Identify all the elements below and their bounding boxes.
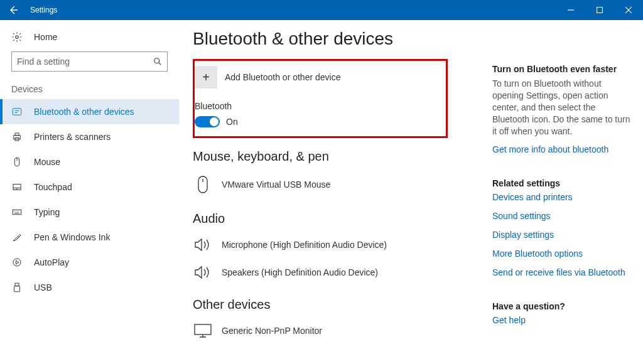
- sidebar-item-autoplay[interactable]: AutoPlay: [0, 250, 179, 275]
- add-device-label: Add Bluetooth or other device: [225, 72, 340, 82]
- sidebar-item-label: USB: [34, 282, 52, 292]
- gear-icon: [11, 31, 24, 43]
- sidebar-item-pen[interactable]: Pen & Windows Ink: [0, 225, 179, 250]
- mouse-icon: [11, 156, 24, 168]
- help-link[interactable]: Get help: [492, 315, 634, 325]
- related-link-bt-options[interactable]: More Bluetooth options: [492, 249, 634, 259]
- device-item[interactable]: Generic Non-PnP Monitor: [193, 317, 480, 345]
- sidebar-item-label: Bluetooth & other devices: [34, 107, 134, 117]
- minimize-button[interactable]: [556, 0, 585, 20]
- device-label: Generic Non-PnP Monitor: [222, 326, 322, 336]
- related-link-send-receive[interactable]: Send or receive files via Bluetooth: [492, 267, 634, 277]
- device-item[interactable]: VMware Virtual USB Mouse: [193, 169, 480, 200]
- search-input[interactable]: Find a setting: [11, 51, 168, 72]
- section-mouse-title: Mouse, keyboard, & pen: [193, 149, 480, 164]
- tip-link[interactable]: Get more info about bluetooth: [492, 144, 634, 154]
- svg-rect-14: [195, 324, 211, 335]
- related-link-devices-printers[interactable]: Devices and printers: [492, 192, 634, 202]
- sidebar-item-label: Mouse: [34, 157, 60, 167]
- sidebar-item-bluetooth[interactable]: Bluetooth & other devices: [0, 99, 179, 124]
- svg-point-2: [154, 58, 159, 63]
- add-device-button[interactable]: + Add Bluetooth or other device: [195, 66, 438, 88]
- sidebar-item-usb[interactable]: USB: [0, 275, 179, 300]
- main-panel: Bluetooth & other devices + Add Bluetoot…: [179, 20, 492, 364]
- svg-rect-13: [198, 176, 207, 193]
- close-button[interactable]: [614, 0, 643, 20]
- back-button[interactable]: [0, 0, 26, 20]
- section-other-title: Other devices: [193, 297, 480, 312]
- speaker-icon: [193, 265, 213, 280]
- bluetooth-state: On: [226, 117, 238, 127]
- right-panel: Turn on Bluetooth even faster To turn on…: [492, 20, 643, 364]
- svg-rect-11: [15, 283, 19, 286]
- sidebar-item-label: Pen & Windows Ink: [34, 232, 110, 242]
- maximize-button[interactable]: [585, 0, 614, 20]
- sidebar-item-label: AutoPlay: [34, 257, 69, 267]
- titlebar: Settings: [0, 0, 643, 20]
- sidebar: Home Find a setting Devices Bluetooth & …: [0, 20, 179, 364]
- pen-icon: [11, 232, 24, 243]
- svg-rect-5: [15, 133, 19, 136]
- sidebar-item-touchpad[interactable]: Touchpad: [0, 174, 179, 200]
- related-link-sound[interactable]: Sound settings: [492, 211, 634, 221]
- tip-title: Turn on Bluetooth even faster: [492, 64, 634, 74]
- sidebar-item-mouse[interactable]: Mouse: [0, 149, 179, 174]
- device-item[interactable]: Microphone (High Definition Audio Device…: [193, 231, 480, 259]
- tip-body: To turn on Bluetooth without opening Set…: [492, 78, 634, 137]
- usb-icon: [11, 282, 24, 293]
- related-link-display[interactable]: Display settings: [492, 230, 634, 240]
- autoplay-icon: [11, 257, 24, 268]
- sidebar-item-printers[interactable]: Printers & scanners: [0, 124, 179, 149]
- keyboard-icon: [11, 206, 24, 218]
- svg-point-1: [16, 36, 19, 39]
- related-title: Related settings: [492, 178, 634, 188]
- svg-rect-4: [14, 136, 21, 139]
- device-label: Microphone (High Definition Audio Device…: [222, 240, 387, 250]
- device-label: VMware Virtual USB Mouse: [222, 179, 330, 190]
- search-icon: [153, 57, 162, 66]
- printer-icon: [11, 131, 24, 142]
- bluetooth-toggle[interactable]: [195, 116, 220, 127]
- search-placeholder: Find a setting: [17, 56, 153, 67]
- home-label: Home: [34, 32, 57, 42]
- sidebar-item-label: Touchpad: [34, 182, 72, 192]
- sidebar-item-label: Printers & scanners: [34, 132, 111, 142]
- svg-rect-9: [13, 210, 21, 215]
- home-nav[interactable]: Home: [0, 31, 179, 51]
- bluetooth-icon: [11, 106, 24, 117]
- sidebar-category: Devices: [0, 84, 179, 99]
- svg-point-10: [13, 259, 21, 266]
- plus-icon: +: [195, 66, 217, 88]
- touchpad-icon: [11, 181, 24, 193]
- sidebar-item-typing[interactable]: Typing: [0, 200, 179, 225]
- svg-rect-0: [597, 8, 603, 13]
- monitor-icon: [193, 323, 213, 338]
- help-title: Have a question?: [492, 301, 634, 311]
- window-title: Settings: [26, 6, 57, 14]
- speaker-icon: [193, 237, 213, 252]
- mouse-device-icon: [193, 175, 213, 194]
- page-title: Bluetooth & other devices: [193, 29, 480, 49]
- svg-rect-3: [13, 109, 21, 115]
- device-label: Speakers (High Definition Audio Device): [222, 267, 378, 277]
- svg-rect-12: [14, 286, 20, 292]
- sidebar-item-label: Typing: [34, 207, 60, 217]
- section-audio-title: Audio: [193, 211, 480, 226]
- device-item[interactable]: Speakers (High Definition Audio Device): [193, 259, 480, 286]
- highlight-box: + Add Bluetooth or other device Bluetoot…: [193, 59, 448, 138]
- bluetooth-label: Bluetooth: [195, 101, 438, 111]
